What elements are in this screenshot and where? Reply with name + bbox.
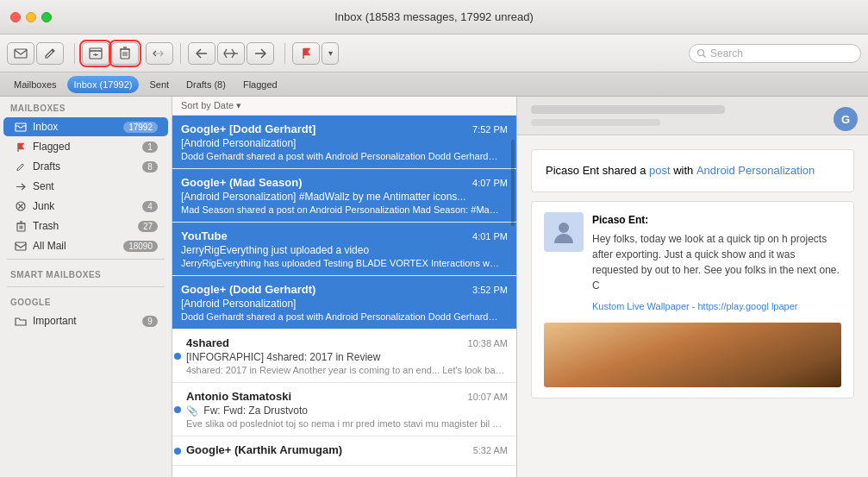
message-author: Picaso Ent: [592,212,841,228]
sender-avatar-message [544,212,584,252]
toolbar: ▾ Search [0,35,868,72]
preview-card-1: Picaso Ent shared a post with Android Pe… [531,149,854,192]
message-text: Picaso Ent: Hey folks, today we look at … [592,212,841,314]
nav-tabs: Mailboxes Inbox (17992) Sent Drafts (8) … [0,72,868,97]
sidebar-item-drafts[interactable]: Drafts 8 [3,157,168,176]
sent-icon [14,180,28,192]
message-body: Hey folks, today we look at a quick tip … [592,231,841,293]
sidebar-item-inbox[interactable]: Inbox 17992 [3,117,168,136]
post-link[interactable]: post [649,164,671,177]
search-box[interactable]: Search [689,44,861,63]
archive-trash-group [82,42,139,65]
compose-group [7,42,64,65]
main-area: Mailboxes Inbox 17992 Flagged 1 [0,97,868,477]
sidebar-section-mailboxes: Mailboxes [0,97,172,116]
tab-inbox[interactable]: Inbox (17992) [67,76,140,93]
email-item-4[interactable]: Google+ (Dodd Gerhardt) 3:52 PM [Android… [172,276,516,330]
previous-button[interactable] [188,42,215,65]
window-title: Inbox (18583 messages, 17992 unread) [334,10,534,23]
tab-flagged[interactable]: Flagged [236,76,284,93]
preview-image [544,323,841,387]
svg-point-9 [559,223,569,233]
email-item-7[interactable]: Google+ (Karthik Arumugam) 5:32 AM [172,436,516,466]
email-item-1[interactable]: Google+ [Dodd Gerhardt] 7:52 PM [Android… [172,116,516,169]
flag-sidebar-icon [14,141,28,153]
unread-indicator-3 [174,448,181,455]
flag-group: ▾ [292,42,339,65]
svg-rect-2 [90,48,102,51]
sender-avatar: G [834,107,858,131]
sidebar-section-smart: Smart Mailboxes [0,263,172,283]
email-item-2[interactable]: Google+ (Mad Season) 4:07 PM [Android Pe… [172,169,516,223]
sidebar: Mailboxes Inbox 17992 Flagged 1 [0,97,172,477]
preview-header-bar2 [531,119,660,126]
archive-button[interactable] [82,42,109,65]
tab-sent[interactable]: Sent [142,76,176,93]
attachment-icon: 📎 [186,405,198,416]
preview-header: G [517,97,868,135]
next-prev-button[interactable] [217,42,245,65]
inbox-icon [14,121,28,133]
svg-rect-8 [16,242,26,250]
wallpaper-link: Kustom Live Wallpaper - https://play.goo… [592,298,841,314]
get-mail-button[interactable] [7,42,34,65]
svg-rect-0 [15,49,27,58]
flag-button[interactable] [292,42,320,65]
email-item-6[interactable]: Antonio Stamatoski 10:07 AM 📎 Fw: Fwd: Z… [172,383,516,436]
compose-button[interactable] [36,42,64,65]
separator-3 [284,43,285,64]
trash-button[interactable] [111,42,139,65]
unread-indicator [174,353,181,360]
sidebar-section-google: Google [0,291,172,311]
separator-1 [74,43,75,64]
message-body-container: Picaso Ent: Hey folks, today we look at … [544,212,841,314]
sort-header[interactable]: Sort by Date ▾ [172,97,516,116]
preview-header-bar1 [531,105,725,114]
unread-indicator-2 [174,406,181,413]
sidebar-divider-1 [7,259,165,260]
sidebar-divider-2 [7,286,165,287]
nav-group [188,42,274,65]
svg-point-4 [698,49,704,55]
email-item-5[interactable]: 4shared 10:38 AM [INFOGRAPHIC] 4shared: … [172,330,516,383]
sidebar-item-junk[interactable]: Junk 4 [3,197,168,216]
sidebar-item-trash[interactable]: Trash 27 [3,217,168,235]
sidebar-item-sent[interactable]: Sent [3,177,168,196]
forward-button[interactable] [247,42,274,65]
all-mail-icon [14,240,28,252]
sidebar-item-all-mail[interactable]: All Mail 18090 [3,236,168,255]
close-button[interactable] [10,12,21,22]
tab-drafts[interactable]: Drafts (8) [179,76,233,93]
folder-icon [14,315,28,327]
minimize-button[interactable] [26,12,36,22]
android-personalization-link[interactable]: Android Personalization [696,164,815,177]
preview-content: Picaso Ent shared a post with Android Pe… [517,135,868,477]
separator-2 [180,43,181,64]
flag-dropdown-button[interactable]: ▾ [322,42,339,65]
preview-pane: G Picaso Ent shared a post with Android … [517,97,868,477]
traffic-lights [10,12,52,22]
scrollbar[interactable] [511,140,515,226]
junk-icon [14,200,28,212]
move-button[interactable] [146,42,173,65]
fullscreen-button[interactable] [41,12,52,22]
preview-card-2: Picaso Ent: Hey folks, today we look at … [531,201,854,399]
trash-sidebar-icon [14,220,28,232]
tab-mailboxes[interactable]: Mailboxes [7,76,64,93]
sidebar-item-important[interactable]: Important 9 [3,311,168,330]
drafts-icon [14,160,28,173]
email-list: Sort by Date ▾ Google+ [Dodd Gerhardt] 7… [172,97,517,477]
search-placeholder: Search [710,47,743,60]
sidebar-item-flagged[interactable]: Flagged 1 [3,137,168,156]
titlebar: Inbox (18583 messages, 17992 unread) [0,0,868,35]
email-item-3[interactable]: YouTube 4:01 PM JerryRigEverything just … [172,223,516,276]
